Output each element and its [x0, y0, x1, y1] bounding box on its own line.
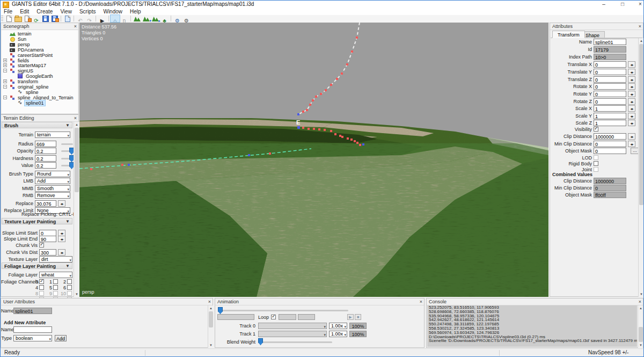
blend-weight-slider[interactable] [258, 341, 332, 343]
terrain-row-texture-layer-select[interactable]: dirt▾ [39, 256, 72, 263]
terrain-row-rotate-z-input[interactable]: 0 [594, 98, 626, 105]
redo-icon[interactable]: ↷ [85, 15, 94, 22]
tree-expander-icon[interactable]: + [3, 63, 7, 67]
terrain-row-visibility-checkbox[interactable] [594, 127, 598, 132]
terrain-row-rotate-z-spinner[interactable]: ◂▸ [628, 98, 635, 105]
scenegraph-item-label[interactable]: spline01 [25, 100, 45, 106]
play-button[interactable]: ▶ [347, 314, 354, 320]
track-0-select[interactable]: ▾ [258, 323, 327, 329]
collapse-icon[interactable]: ▼ [65, 263, 70, 269]
blend-weight-slider-handle[interactable] [258, 338, 263, 345]
timeline-slider[interactable] [219, 310, 348, 311]
undo-icon[interactable]: ↶ [76, 15, 85, 22]
tree-expander-icon[interactable]: + [3, 59, 7, 62]
track-1-select[interactable]: ▾ [258, 331, 327, 337]
scenegraph-item-label[interactable]: spline_Aligned_to_Terrain [17, 95, 75, 100]
console-close-icon[interactable]: × [639, 298, 641, 305]
menu-file[interactable]: File [0, 9, 16, 15]
user-attributes-close-icon[interactable]: × [208, 298, 211, 305]
track-1-speed-select[interactable]: 1.00x▾ [329, 331, 347, 337]
foliage-section-header[interactable]: Foliage Layer Painting ▼ [2, 263, 72, 269]
scenegraph-item-label[interactable]: PDAcamera [17, 47, 45, 53]
magnet-icon[interactable]: n [120, 15, 129, 22]
terrain-row-slope-limit-end-spinner[interactable]: ◂▸ [58, 236, 65, 242]
scenegraph-item-label[interactable]: GoogleEarth [25, 74, 54, 79]
tree-expander-icon[interactable]: − [3, 96, 7, 99]
scenegraph-item-PDAcamera[interactable]: PDAcamera [2, 47, 78, 53]
terrain-panel-scrollbar[interactable]: ▲ ▼ [74, 122, 79, 297]
scenegraph-item-label[interactable]: spline [25, 90, 40, 95]
scenegraph-item-label[interactable]: signUS [17, 68, 34, 74]
terrain-row-value-input[interactable]: 0.2 [35, 162, 56, 169]
ua-type-select[interactable]: boolean▾ [13, 335, 52, 341]
terrain-row-rotate-y-input[interactable]: 0 [594, 91, 626, 97]
scenegraph-item-label[interactable]: fields [17, 58, 30, 63]
collapse-icon[interactable]: ▼ [65, 218, 70, 225]
terrain-row-clip-distance-input[interactable]: 1000000 [594, 133, 626, 140]
menu-help[interactable]: Help [126, 9, 145, 15]
scenegraph-item-label[interactable]: terrain [17, 31, 33, 37]
animation-close-icon[interactable]: × [420, 298, 422, 305]
scenegraph-item-spline_Aligned_to_Terrain[interactable]: −spline_Aligned_to_Terrain [2, 95, 78, 100]
terrain-row-scale-x-input[interactable]: 1 [594, 105, 626, 112]
console-scrollbar[interactable]: ▲ ▼ [638, 305, 643, 348]
terrain-row-chunk-vis-dist-input[interactable]: 300 [39, 249, 56, 256]
foliage-channel-0-checkbox[interactable] [39, 279, 44, 284]
texture-section-header[interactable]: Texture Layer Painting ▼ [2, 218, 72, 224]
copy-icon[interactable] [63, 15, 72, 22]
play-icon[interactable]: ▶ [98, 15, 107, 22]
terrain-row-terrain-select[interactable]: terrain▾ [35, 132, 70, 138]
terrain-row-clip-distance-spinner[interactable]: ◂▸ [628, 133, 635, 140]
menu-edit[interactable]: Edit [16, 9, 33, 15]
user-attributes-scrollbar[interactable]: ▲ ▼ [208, 305, 213, 348]
terrain-row-rmb-select[interactable]: Remove▾ [35, 192, 70, 199]
scenegraph-item-label[interactable]: persp [17, 42, 31, 47]
scenegraph-item-fields[interactable]: +fields [2, 58, 78, 63]
terrain-row-lmb-select[interactable]: Add▾ [35, 178, 70, 184]
tree-expander-icon[interactable]: − [3, 69, 7, 72]
close-button[interactable]: × [632, 0, 644, 9]
foliage-channel-4-checkbox[interactable] [39, 285, 44, 290]
terrain-row-replace-spinner[interactable]: ◂▸ [58, 200, 65, 207]
terrain-row-scale-z-spinner[interactable]: ◂▸ [628, 120, 635, 126]
terrain-row-chunk-vis-checkbox[interactable] [39, 243, 44, 247]
terrain-paint-icon[interactable]: ▸ [151, 15, 160, 22]
scenegraph-item-starterMap17[interactable]: +starterMap17 [2, 63, 78, 68]
scenegraph-item-transform[interactable]: +transform [2, 79, 78, 84]
terrain-row-object-mask-input[interactable]: 0 [594, 148, 626, 154]
terrain-lower-icon[interactable]: ▾ [142, 15, 151, 22]
foliage-paint-icon[interactable]: ♣ [160, 15, 169, 22]
terrain-row-scale-x-spinner[interactable]: ◂▸ [628, 105, 635, 112]
terrain-row-translate-z-input[interactable]: 0 [594, 76, 626, 83]
terrain-row-translate-y-spinner[interactable]: ◂▸ [628, 69, 635, 75]
terrain-sculpt-icon[interactable] [133, 15, 142, 22]
maximize-button[interactable]: □ [614, 0, 631, 9]
terrain-row-radius-slider[interactable] [61, 143, 73, 145]
ua-new-name-input[interactable] [13, 326, 52, 333]
terrain-row-min-clip-distance-spinner[interactable]: ◂▸ [628, 141, 635, 147]
collapse-icon[interactable]: ▼ [65, 122, 70, 129]
terrain-row-scale-y-input[interactable]: 1 [594, 113, 626, 119]
menu-window[interactable]: Window [99, 9, 126, 15]
terrain-row-translate-z-spinner[interactable]: ◂▸ [628, 76, 635, 83]
terrain-editing-close-icon[interactable]: × [74, 115, 77, 121]
menu-scripts[interactable]: Scripts [76, 9, 100, 15]
terrain-row-scale-y-spinner[interactable]: ◂▸ [628, 113, 635, 119]
terrain-row-scale-z-input[interactable]: 1 [594, 120, 626, 126]
track-0-speed-select[interactable]: 1.00x▾ [329, 323, 347, 329]
menu-view[interactable]: View [56, 9, 76, 15]
terrain-row-foliage-layer-select[interactable]: wheat▾ [39, 272, 72, 278]
scenegraph-item-label[interactable]: Sun [17, 37, 27, 42]
tree-expander-icon[interactable]: + [3, 79, 7, 83]
save-icon[interactable] [41, 15, 50, 22]
terrain-row-mmb-select[interactable]: Smooth▾ [35, 185, 70, 192]
terrain-row-hardness-input[interactable]: 0.2 [35, 155, 56, 162]
scenegraph-item-Sun[interactable]: Sun [2, 37, 78, 42]
timeline-slider-handle[interactable] [218, 307, 223, 314]
reload-icon[interactable]: ⟳ [32, 15, 41, 22]
viewport-3d[interactable]: E Distance 537.56Triangles 0Vertices 0 p… [79, 23, 548, 297]
minimize-button[interactable]: – [596, 0, 612, 9]
terrain-row-translate-y-input[interactable]: 0 [594, 69, 626, 75]
scenegraph-item-signUS[interactable]: −signUS [2, 68, 78, 74]
terrain-row-chunk-vis-dist-spinner[interactable]: ◂▸ [58, 249, 65, 256]
